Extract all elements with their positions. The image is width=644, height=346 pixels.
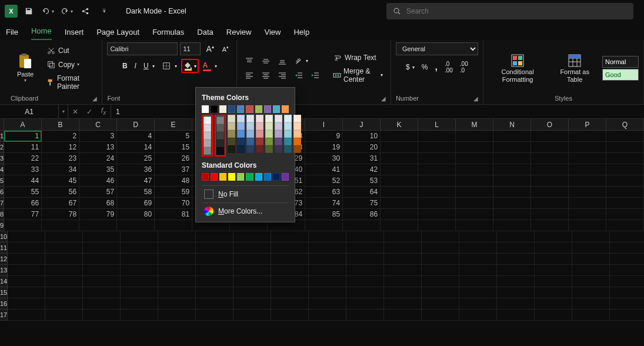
standard-swatch[interactable] <box>228 173 235 181</box>
shade-swatch[interactable] <box>237 145 245 153</box>
cell[interactable] <box>346 231 384 242</box>
cell[interactable] <box>535 231 572 242</box>
align-top-button[interactable] <box>242 55 257 68</box>
cell[interactable] <box>459 242 497 254</box>
cell[interactable] <box>422 265 459 276</box>
cell[interactable] <box>606 209 644 220</box>
cell[interactable] <box>45 254 83 265</box>
cell[interactable] <box>346 265 384 276</box>
cell[interactable]: 57 <box>79 187 117 198</box>
qat-more[interactable]: –▾ <box>96 4 112 19</box>
shade-swatch[interactable] <box>256 145 263 153</box>
cell[interactable]: 31 <box>343 153 381 164</box>
cell[interactable] <box>535 242 572 254</box>
theme-swatch[interactable] <box>273 105 280 113</box>
shade-swatch[interactable] <box>275 130 282 138</box>
cell[interactable] <box>531 198 569 209</box>
cell[interactable] <box>45 265 83 276</box>
shade-swatch[interactable] <box>256 138 263 145</box>
cell[interactable]: 69 <box>117 198 155 209</box>
cell[interactable] <box>418 175 456 187</box>
theme-swatch[interactable] <box>228 105 235 113</box>
align-right-button[interactable] <box>275 69 290 82</box>
cell[interactable] <box>381 153 418 164</box>
number-format-select[interactable]: General <box>396 42 478 55</box>
clipboard-dialog-launcher[interactable]: ◢ <box>92 95 97 102</box>
theme-swatch[interactable] <box>237 105 244 113</box>
cell[interactable] <box>271 310 309 321</box>
cell[interactable] <box>233 276 271 287</box>
qat-undo[interactable]: ▾ <box>40 4 55 19</box>
cell[interactable] <box>309 310 346 321</box>
col-header-L[interactable]: L <box>418 119 456 131</box>
tab-insert[interactable]: Insert <box>65 28 84 40</box>
cell[interactable]: 63 <box>305 187 343 198</box>
col-header-N[interactable]: N <box>493 119 531 131</box>
theme-swatch[interactable] <box>255 105 262 113</box>
cell[interactable] <box>531 209 569 220</box>
shade-swatch[interactable] <box>228 122 235 130</box>
shade-swatch[interactable] <box>256 130 263 138</box>
theme-swatch[interactable] <box>211 105 218 113</box>
insert-function-button[interactable]: fx <box>96 107 111 116</box>
cell[interactable]: 37 <box>155 164 192 175</box>
cell[interactable] <box>493 131 531 142</box>
cell[interactable] <box>381 164 418 175</box>
cell[interactable] <box>8 310 45 321</box>
cell[interactable] <box>459 265 497 276</box>
cell[interactable] <box>531 187 569 198</box>
cell[interactable] <box>531 164 569 175</box>
tab-page-layout[interactable]: Page Layout <box>96 28 139 40</box>
cell[interactable] <box>8 242 45 254</box>
cell[interactable]: 20 <box>343 142 381 153</box>
cell[interactable]: 15 <box>155 142 192 153</box>
row-header-4[interactable]: 4 <box>0 164 4 175</box>
standard-swatch[interactable] <box>273 173 280 181</box>
cell[interactable]: 11 <box>4 142 42 153</box>
cell[interactable] <box>569 198 606 209</box>
cell[interactable] <box>271 276 309 287</box>
cut-button[interactable]: Cut <box>44 44 97 57</box>
cell[interactable] <box>196 276 233 287</box>
cell[interactable] <box>83 265 121 276</box>
cell[interactable] <box>381 187 418 198</box>
wrap-text-button[interactable]: Wrap Text <box>330 51 379 64</box>
cell[interactable]: 55 <box>4 187 42 198</box>
theme-swatch[interactable] <box>282 105 289 113</box>
cell[interactable] <box>606 153 644 164</box>
shade-swatch[interactable] <box>228 130 235 138</box>
increase-font-button[interactable]: A▴ <box>203 42 216 55</box>
standard-swatch[interactable] <box>264 173 271 181</box>
cell[interactable] <box>121 298 158 310</box>
cell[interactable] <box>271 265 309 276</box>
cell[interactable] <box>497 231 535 242</box>
col-header-Q[interactable]: Q <box>606 119 644 131</box>
cell[interactable] <box>8 231 45 242</box>
cell[interactable]: 81 <box>155 209 192 220</box>
cell[interactable] <box>196 287 233 298</box>
cell[interactable] <box>384 276 422 287</box>
indent-increase-button[interactable] <box>308 69 323 82</box>
cell[interactable] <box>456 175 493 187</box>
cell[interactable] <box>384 265 422 276</box>
tab-help[interactable]: Help <box>293 28 309 40</box>
shade-swatch[interactable] <box>284 130 292 138</box>
cell[interactable] <box>381 142 418 153</box>
shade-swatch[interactable] <box>246 130 254 138</box>
cell[interactable] <box>346 287 384 298</box>
cell[interactable] <box>456 220 493 231</box>
cell[interactable] <box>422 231 459 242</box>
cell[interactable]: 77 <box>4 209 42 220</box>
cell[interactable] <box>572 254 610 265</box>
col-header-M[interactable]: M <box>456 119 493 131</box>
cell[interactable] <box>459 310 497 321</box>
cell-style-normal[interactable]: Normal <box>602 56 639 68</box>
cell[interactable]: 26 <box>155 153 192 164</box>
cell[interactable] <box>158 242 196 254</box>
cell[interactable]: 58 <box>117 187 155 198</box>
cell[interactable]: 12 <box>42 142 79 153</box>
cell[interactable] <box>569 142 606 153</box>
cell[interactable] <box>121 276 158 287</box>
cell[interactable] <box>121 254 158 265</box>
cell[interactable] <box>572 265 610 276</box>
